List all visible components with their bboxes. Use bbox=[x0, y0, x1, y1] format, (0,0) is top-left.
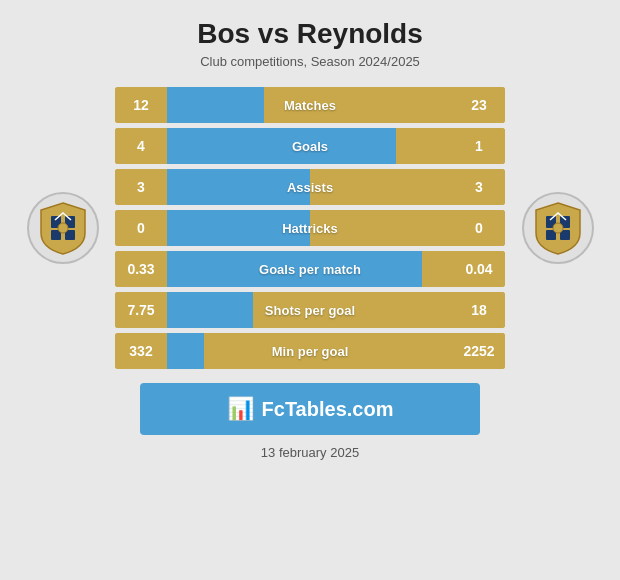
stat-left-value: 4 bbox=[115, 128, 167, 164]
left-team-logo bbox=[27, 192, 99, 264]
stats-area: 12Matches234Goals13Assists30Hattricks00.… bbox=[115, 87, 505, 369]
stat-left-value: 7.75 bbox=[115, 292, 167, 328]
stat-label: Goals bbox=[292, 139, 328, 154]
stat-left-value: 332 bbox=[115, 333, 167, 369]
page-subtitle: Club competitions, Season 2024/2025 bbox=[200, 54, 420, 69]
stat-right-value: 18 bbox=[453, 292, 505, 328]
stat-left-value: 0.33 bbox=[115, 251, 167, 287]
stat-label: Matches bbox=[284, 98, 336, 113]
stat-row: 0Hattricks0 bbox=[115, 210, 505, 246]
stat-right-value: 1 bbox=[453, 128, 505, 164]
left-team-logo-area bbox=[10, 192, 115, 264]
stat-label: Goals per match bbox=[259, 262, 361, 277]
stat-label: Shots per goal bbox=[265, 303, 355, 318]
stat-label: Assists bbox=[287, 180, 333, 195]
stat-row: 332Min per goal2252 bbox=[115, 333, 505, 369]
right-team-logo-area bbox=[505, 192, 610, 264]
stat-left-value: 12 bbox=[115, 87, 167, 123]
left-crest-icon bbox=[33, 198, 93, 258]
stat-row: 12Matches23 bbox=[115, 87, 505, 123]
right-team-logo bbox=[522, 192, 594, 264]
stat-right-value: 23 bbox=[453, 87, 505, 123]
page-title: Bos vs Reynolds bbox=[197, 18, 423, 50]
stat-right-value: 2252 bbox=[453, 333, 505, 369]
stat-left-value: 0 bbox=[115, 210, 167, 246]
svg-point-4 bbox=[58, 223, 68, 233]
stat-row: 4Goals1 bbox=[115, 128, 505, 164]
watermark-area: 📊 FcTables.com bbox=[140, 383, 480, 435]
stat-label: Min per goal bbox=[272, 344, 349, 359]
stat-row: 0.33Goals per match0.04 bbox=[115, 251, 505, 287]
right-crest-icon bbox=[528, 198, 588, 258]
watermark-text: FcTables.com bbox=[262, 398, 394, 421]
stat-right-value: 3 bbox=[453, 169, 505, 205]
stat-row: 3Assists3 bbox=[115, 169, 505, 205]
stat-left-value: 3 bbox=[115, 169, 167, 205]
footer-date: 13 february 2025 bbox=[261, 445, 359, 460]
stat-label: Hattricks bbox=[282, 221, 338, 236]
svg-point-9 bbox=[553, 223, 563, 233]
watermark-icon: 📊 bbox=[227, 396, 254, 422]
main-content: 12Matches234Goals13Assists30Hattricks00.… bbox=[10, 87, 610, 369]
stat-right-value: 0.04 bbox=[453, 251, 505, 287]
page-wrapper: Bos vs Reynolds Club competitions, Seaso… bbox=[0, 0, 620, 580]
stat-right-value: 0 bbox=[453, 210, 505, 246]
stat-row: 7.75Shots per goal18 bbox=[115, 292, 505, 328]
